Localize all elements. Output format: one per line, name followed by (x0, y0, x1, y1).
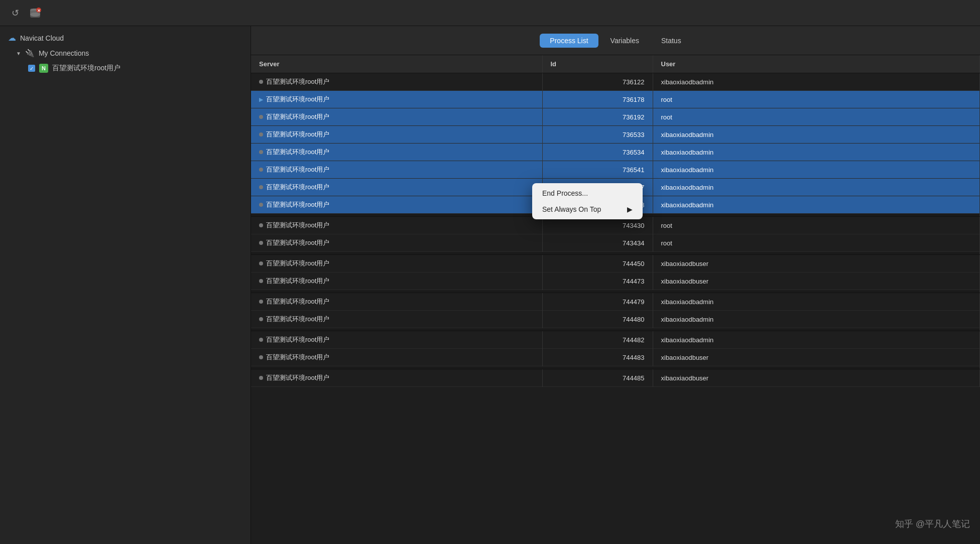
cell-user: xibaoxiaodbadmin (653, 126, 980, 144)
dot-indicator-icon (259, 355, 263, 359)
tab-status[interactable]: Status (651, 34, 691, 48)
cell-user: xibaoxiaodbadmin (653, 73, 980, 91)
connection-name-label: 百望测试环境root用户 (52, 64, 120, 73)
cell-user: xibaoxiaodbuser (653, 255, 980, 273)
cell-id: 736533 (542, 126, 653, 144)
cell-id: 736541 (542, 161, 653, 179)
dot-indicator-icon (259, 300, 263, 304)
dot-indicator-icon (259, 203, 263, 207)
dot-indicator-icon (259, 261, 263, 265)
cell-id: 744483 (542, 349, 653, 366)
col-header-id: Id (542, 55, 653, 73)
navicat-cloud-label: Navicat Cloud (20, 34, 64, 42)
cell-server: 百望测试环境root用户 (251, 126, 542, 144)
cell-server: 百望测试环境root用户 (251, 179, 542, 196)
dot-indicator-icon (259, 338, 263, 342)
cell-server: 百望测试环境root用户 (251, 369, 542, 387)
refresh-icon: ↺ (12, 8, 19, 19)
content-area: Process List Variables Status Server Id … (251, 26, 980, 544)
cell-server: ▶百望测试环境root用户 (251, 91, 542, 108)
database-icon: ✕ (29, 7, 42, 20)
cell-user: xibaoxiaodbadmin (653, 144, 980, 161)
cell-user: xibaoxiaodbuser (653, 369, 980, 387)
main-layout: ☁ Navicat Cloud ▼ 🔌 My Connections ✓ N 百… (0, 26, 980, 544)
cell-user: xibaoxiaodbadmin (653, 161, 980, 179)
dot-indicator-icon (259, 80, 263, 84)
cell-server: 百望测试环境root用户 (251, 311, 542, 328)
submenu-arrow-icon: ▶ (627, 205, 633, 213)
svg-point-3 (30, 13, 40, 17)
table-row[interactable]: 百望测试环境root用户743434root (251, 234, 980, 252)
cell-id: 744482 (542, 331, 653, 349)
table-row[interactable]: 百望测试环境root用户736541xibaoxiaodbadmin (251, 161, 980, 179)
cell-server: 百望测试环境root用户 (251, 255, 542, 273)
cell-id: 744450 (542, 255, 653, 273)
cell-server: 百望测试环境root用户 (251, 73, 542, 91)
cell-id: 744479 (542, 293, 653, 311)
table-container: Server Id User 百望测试环境root用户736122xibaoxi… (251, 55, 980, 544)
table-row[interactable]: 百望测试环境root用户744450xibaoxiaodbuser (251, 255, 980, 273)
dot-indicator-icon (259, 241, 263, 245)
cell-server: 百望测试环境root用户 (251, 217, 542, 234)
table-row[interactable]: 百望测试环境root用户744479xibaoxiaodbadmin (251, 293, 980, 311)
cell-server: 百望测试环境root用户 (251, 349, 542, 366)
context-menu-end-process[interactable]: End Process... (532, 185, 643, 201)
table-row[interactable]: 百望测试环境root用户744483xibaoxiaodbuser (251, 349, 980, 366)
table-row[interactable]: 百望测试环境root用户744485xibaoxiaodbuser (251, 369, 980, 387)
table-row[interactable]: 百望测试环境root用户736534xibaoxiaodbadmin (251, 144, 980, 161)
cell-server: 百望测试环境root用户 (251, 293, 542, 311)
cell-id: 744480 (542, 311, 653, 328)
context-menu-set-always-on-top[interactable]: Set Always On Top ▶ (532, 201, 643, 217)
cell-user: root (653, 108, 980, 126)
cell-id: 736178 (542, 91, 653, 108)
cloud-icon: ☁ (8, 33, 16, 43)
title-bar: ↺ ✕ (0, 0, 980, 26)
sidebar-item-connection[interactable]: ✓ N 百望测试环境root用户 (0, 61, 251, 76)
cell-server: 百望测试环境root用户 (251, 108, 542, 126)
cell-server: 百望测试环境root用户 (251, 196, 542, 214)
svg-text:✕: ✕ (37, 9, 41, 13)
col-header-user: User (653, 55, 980, 73)
tab-variables[interactable]: Variables (600, 34, 649, 48)
table-row[interactable]: 百望测试环境root用户736122xibaoxiaodbadmin (251, 73, 980, 91)
table-body: 百望测试环境root用户736122xibaoxiaodbadmin▶百望测试环… (251, 73, 980, 387)
col-header-server: Server (251, 55, 542, 73)
my-connections-label: My Connections (39, 49, 89, 57)
tab-process-list[interactable]: Process List (540, 34, 598, 48)
cell-server: 百望测试环境root用户 (251, 273, 542, 290)
db-icon[interactable]: ✕ (28, 6, 42, 20)
cell-user: xibaoxiaodbadmin (653, 196, 980, 214)
sidebar-item-my-connections[interactable]: ▼ 🔌 My Connections (0, 46, 251, 61)
dot-indicator-icon (259, 223, 263, 227)
sidebar: ☁ Navicat Cloud ▼ 🔌 My Connections ✓ N 百… (0, 26, 251, 544)
sidebar-item-navicat-cloud[interactable]: ☁ Navicat Cloud (0, 30, 251, 46)
dot-indicator-icon (259, 185, 263, 189)
refresh-button[interactable]: ↺ (8, 6, 22, 20)
table-row[interactable]: 百望测试环境root用户744480xibaoxiaodbadmin (251, 311, 980, 328)
cell-user: xibaoxiaodbuser (653, 349, 980, 366)
cell-user: root (653, 91, 980, 108)
table-row[interactable]: 百望测试环境root用户736533xibaoxiaodbadmin (251, 126, 980, 144)
cell-id: 736534 (542, 144, 653, 161)
table-row[interactable]: 百望测试环境root用户736192root (251, 108, 980, 126)
cell-user: xibaoxiaodbadmin (653, 179, 980, 196)
cell-user: xibaoxiaodbadmin (653, 331, 980, 349)
tab-bar: Process List Variables Status (251, 26, 980, 55)
dot-indicator-icon (259, 376, 263, 380)
dot-indicator-icon (259, 150, 263, 154)
cell-server: 百望测试环境root用户 (251, 234, 542, 252)
dot-indicator-icon (259, 132, 263, 137)
cell-id: 744485 (542, 369, 653, 387)
table-row[interactable]: 百望测试环境root用户744482xibaoxiaodbadmin (251, 331, 980, 349)
table-row[interactable]: 百望测试环境root用户744473xibaoxiaodbuser (251, 273, 980, 290)
cell-id: 743434 (542, 234, 653, 252)
checkbox-icon[interactable]: ✓ (28, 65, 35, 72)
dot-indicator-icon (259, 168, 263, 172)
cell-id: 736192 (542, 108, 653, 126)
cell-server: 百望测试环境root用户 (251, 161, 542, 179)
cell-user: xibaoxiaodbadmin (653, 293, 980, 311)
watermark: 知乎 @平凡人笔记 (895, 518, 970, 530)
table-row[interactable]: ▶百望测试环境root用户736178root (251, 91, 980, 108)
cell-user: xibaoxiaodbuser (653, 273, 980, 290)
dot-indicator-icon (259, 317, 263, 321)
